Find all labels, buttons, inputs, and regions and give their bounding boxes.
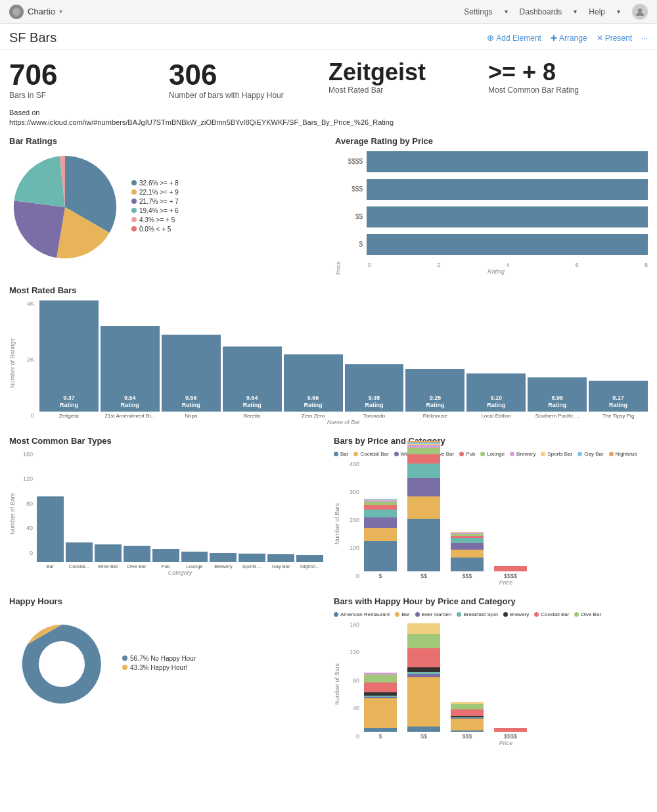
bhlegend-label-6: Dive Bar [581,611,601,617]
settings-chevron: ▾ [505,8,508,15]
brand-name[interactable]: Chartio [28,7,55,16]
bar-types-x-label: Category [18,569,323,576]
rated-bar-col-8: 8.96Rating Southern Pacific ... [528,300,587,419]
bp-y-0: 0 [343,573,359,579]
bt-bar-9 [296,555,323,562]
bprice-seg-2-0 [451,558,484,571]
legend-item-1: 22.1% >= + 9 [131,189,179,196]
legend-label-5: 0.0% < + 5 [139,226,171,233]
avg-bar-row-2: $$ [344,206,648,227]
kpi-number-bars-sf: 706 [9,60,161,89]
most-rated-y-axis: 4K 2K 0 [18,300,37,419]
more-button[interactable]: ··· [641,34,648,43]
bh-seg-2-1 [451,719,484,730]
bplegend-label-1: Cocktail Bar [360,451,388,457]
chartio-logo [9,5,24,19]
bar-types-chart: Bar Cocktai... Wine Bar Dive Bar Pub Lou… [18,451,323,569]
bprice-seg-0-4 [364,505,397,510]
avg-bar-price-3: $ [344,241,363,248]
rated-bar-3: 9.64Rating [223,346,282,412]
bhprice-col-2: $$$ [451,702,484,740]
dashboards-nav[interactable]: Dashboards [520,7,562,16]
kpi-number-most-rated: Zeitgeist [328,60,480,84]
bplegend-dot-5 [480,452,485,456]
bt-col-5: Lounge [181,552,208,569]
present-button[interactable]: ✕ Present [597,34,632,43]
bplegend-dot-7 [541,452,545,456]
arrange-button[interactable]: ✚ Arrange [551,34,587,43]
bt-col-8: Gay Bar [267,554,294,569]
bhlegend-0: American Restaurant [334,611,390,617]
help-nav[interactable]: Help [589,7,605,16]
svg-point-1 [638,9,642,12]
bt-label-3: Dive Bar [124,563,150,569]
bprice-seg-0-1 [364,528,397,541]
bhlegend-label-0: American Restaurant [340,611,390,617]
rated-bar-name-0: Zeitgeist [39,413,99,419]
svg-point-2 [39,641,85,687]
bhprice-xlabel-1: $$ [420,733,427,740]
rated-bar-name-8: Southern Pacific ... [528,413,587,419]
rated-bar-0: 9.37Rating [39,300,99,412]
rated-bar-col-0: 9.37Rating Zeitgeist [39,300,99,419]
legend-label-3: 19.4% >= + 6 [139,207,179,214]
bplegend-9: Nightclub [609,451,637,457]
rated-bar-rating-6: 9.25Rating [405,394,464,409]
bars-by-price-wrapper: Number of Bars 400 300 200 100 0 [334,461,648,586]
bt-label-0: Bar [37,563,64,569]
bhprice-inner: 160 120 80 40 0 [343,621,648,746]
bplegend-0: Bar [334,451,348,457]
rated-bar-8: 8.96Rating [528,377,587,412]
rated-bar-4: 9.66Rating [284,354,343,411]
most-rated-x-label: Name of Bar [18,419,648,425]
rated-bar-rating-2: 9.56Rating [162,394,221,409]
rated-bar-name-3: Beretta [223,413,282,419]
bprice-col-2: $$$ [451,532,484,579]
bprice-col-1: $$ [407,440,440,579]
bprice-inner: 400 300 200 100 0 [343,461,648,586]
avg-rating-x-axis: 0 2 4 6 8 [344,262,648,268]
svg-point-0 [12,8,20,16]
x-label-2: 2 [437,262,440,268]
avg-bar-price-1: $$$ [344,185,363,193]
bhlegend-label-5: Cocktail Bar [541,611,569,617]
bt-label-1: Cocktai... [66,563,93,569]
bars-by-price-title: Bars by Price and Category [334,436,648,446]
add-element-button[interactable]: ⊕ Add Element [487,33,541,43]
legend-dot-0 [131,180,137,185]
bprice-stack-1 [407,440,440,571]
most-rated-bars: 9.37Rating Zeitgeist 9.54Rating 21st Ame… [18,300,648,419]
bhlegend-4: Brewery [503,611,529,617]
legend-label-1: 22.1% >= + 9 [139,189,179,196]
bt-bar-0 [37,496,64,562]
kpi-label-happy-hour: Number of bars with Happy Hour [169,91,321,100]
kpi-row: 706 Bars in SF 306 Number of bars with H… [9,58,648,103]
bar-ratings-title: Bar Ratings [9,136,322,146]
bt-label-5: Lounge [181,563,208,569]
bh-seg-0-5 [364,682,397,692]
bt-label-4: Pub [152,563,179,569]
bh-seg-0-1 [364,698,397,728]
bplegend-label-0: Bar [340,451,348,457]
bplegend-label-5: Lounge [487,451,505,457]
source-line: Based onhttps://www.icloud.com/iw/#numbe… [9,108,648,128]
bprice-seg-2-1 [451,550,484,558]
bh-y-80: 80 [343,677,359,684]
legend-dot-1 [131,189,137,195]
rated-bar-col-7: 9.10Rating Local Edition [466,300,526,419]
avg-bar-row-1: $$$ [344,179,648,200]
x-label-4: 4 [506,262,509,268]
avg-rating-chart-wrapper: Price $$$$ $$$ $$ $ [335,151,648,275]
bt-bar-5 [181,552,208,562]
bp-y-300: 300 [343,489,359,495]
settings-nav[interactable]: Settings [464,7,492,16]
user-avatar[interactable] [632,4,648,20]
bprice-seg-0-3 [364,510,397,517]
avg-rating-bars: $$$$ $$$ $$ $ [344,151,648,275]
avg-bar-row-0: $$$$ [344,151,648,172]
main-content: 706 Bars in SF 306 Number of bars with H… [0,50,657,765]
bar-types-y-label: Number of Bars [9,451,16,576]
bt-bar-8 [267,554,294,562]
bprice-y-label: Number of Bars [334,461,340,586]
source-text: Based onhttps://www.icloud.com/iw/#numbe… [9,108,394,126]
